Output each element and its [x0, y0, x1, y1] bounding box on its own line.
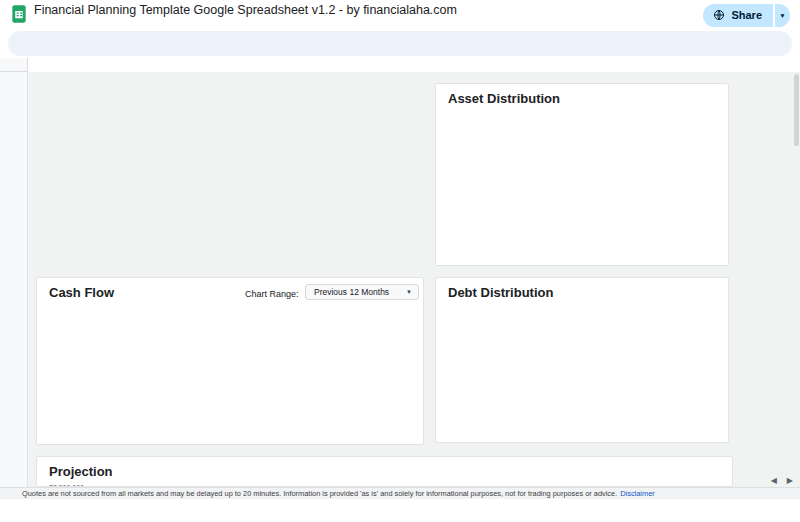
scroll-left-icon[interactable]: ◀ — [771, 477, 777, 485]
spreadsheet-grid[interactable]: Asset Distribution Cash Flow Chart Range… — [28, 72, 800, 487]
chart-range-select[interactable]: Previous 12 Months ▼ — [305, 284, 419, 300]
google-sheets-app: Financial Planning Template Google Sprea… — [0, 0, 800, 522]
scroll-right-icon[interactable]: ▶ — [787, 477, 793, 485]
vertical-scrollbar[interactable] — [794, 74, 799, 484]
menu-bar — [28, 18, 466, 31]
disclaimer-bar: Quotes are not sourced from all markets … — [0, 487, 800, 499]
debt-donut — [436, 278, 730, 444]
document-title[interactable]: Financial Planning Template Google Sprea… — [34, 3, 457, 17]
chart-title: Asset Distribution — [448, 91, 560, 106]
share-menu-caret[interactable]: ▼ — [775, 4, 790, 27]
asset-donut — [436, 84, 730, 267]
cash-flow-chart[interactable]: Cash Flow Chart Range: Previous 12 Month… — [36, 277, 424, 445]
cash-flow-plot — [37, 304, 425, 436]
disclaimer-link[interactable]: Disclaimer — [620, 489, 655, 498]
chart-title: Projection — [49, 464, 113, 479]
debt-distribution-chart[interactable]: Debt Distribution — [435, 277, 729, 443]
row-headers — [0, 72, 28, 487]
sheet-tab-bar — [0, 499, 800, 522]
title-bar: Financial Planning Template Google Sprea… — [0, 0, 800, 30]
vertical-scrollbar-thumb[interactable] — [794, 74, 799, 146]
disclaimer-text: Quotes are not sourced from all markets … — [22, 489, 617, 498]
projection-chart[interactable]: Projection $2,500,000 — [36, 456, 733, 487]
asset-distribution-chart[interactable]: Asset Distribution — [435, 83, 729, 266]
horizontal-scroll-arrows[interactable]: ◀▶ — [771, 477, 793, 485]
chevron-down-icon: ▼ — [406, 289, 412, 295]
select-all-corner[interactable] — [0, 58, 28, 72]
share-button[interactable]: Share ▼ — [703, 4, 790, 27]
globe-icon — [713, 9, 725, 21]
share-label: Share — [731, 9, 762, 21]
chart-title: Debt Distribution — [448, 285, 553, 300]
chart-title: Cash Flow — [49, 285, 114, 300]
chart-range-value: Previous 12 Months — [314, 287, 389, 297]
sheets-logo-icon[interactable] — [9, 4, 29, 24]
toolbar — [8, 31, 792, 56]
chart-range-label: Chart Range: — [245, 289, 299, 299]
